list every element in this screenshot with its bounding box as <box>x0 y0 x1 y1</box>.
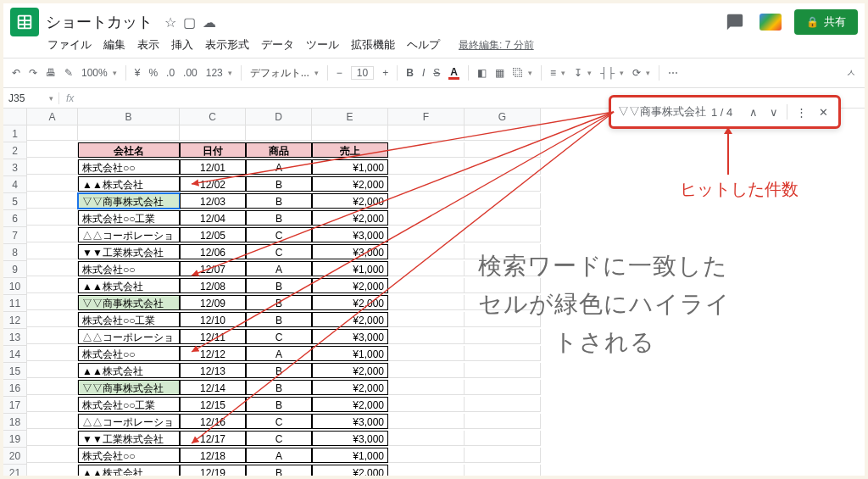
row-header[interactable]: 15 <box>3 363 27 380</box>
cell-company[interactable]: ▲▲株式会社 <box>78 278 180 293</box>
cell[interactable] <box>27 176 78 192</box>
cell[interactable] <box>388 244 465 259</box>
row-header[interactable]: 19 <box>3 431 27 448</box>
cell-company[interactable]: 株式会社○○工業 <box>78 312 180 327</box>
sheets-app-icon[interactable] <box>10 8 39 36</box>
cell-company[interactable]: 株式会社○○工業 <box>78 210 180 226</box>
cell-date[interactable]: 12/13 <box>180 363 246 378</box>
cell-product[interactable]: B <box>246 210 312 226</box>
cell[interactable] <box>388 465 465 476</box>
cell-product[interactable]: B <box>246 363 312 378</box>
cell-sales[interactable]: ¥2,000 <box>312 210 388 226</box>
cell[interactable] <box>388 312 465 327</box>
cell-date[interactable]: 12/02 <box>180 176 246 192</box>
col-header[interactable]: B <box>78 109 180 125</box>
print-icon[interactable]: 🖶 <box>46 67 56 79</box>
cell-company[interactable]: ▽▽商事株式会社 <box>78 295 180 310</box>
cell-company[interactable]: 株式会社○○ <box>78 346 180 361</box>
cell-date[interactable]: 12/19 <box>180 465 246 476</box>
cell[interactable] <box>388 295 465 310</box>
cell-product[interactable]: B <box>246 312 312 327</box>
halign-button[interactable]: ≡ <box>550 67 556 79</box>
italic-button[interactable]: I <box>422 67 425 79</box>
cell-date[interactable]: 12/05 <box>180 227 246 242</box>
wrap-button[interactable]: ┤├ <box>600 67 615 79</box>
table-header-sales[interactable]: 売上 <box>312 142 388 158</box>
table-header-company[interactable]: 会社名 <box>78 142 180 158</box>
undo-icon[interactable]: ↶ <box>12 67 20 79</box>
cell-date[interactable]: 12/11 <box>180 329 246 344</box>
toolbar-more-icon[interactable]: ⋯ <box>668 67 678 79</box>
cell-company[interactable]: 株式会社○○ <box>78 448 180 463</box>
cell[interactable] <box>246 125 312 141</box>
row-header[interactable]: 16 <box>3 380 27 397</box>
cell-company[interactable]: ▲▲株式会社 <box>78 465 180 476</box>
cell[interactable] <box>27 295 78 310</box>
cell[interactable] <box>388 448 465 463</box>
strike-button[interactable]: S <box>433 67 440 79</box>
cell-sales[interactable]: ¥2,000 <box>312 295 388 310</box>
row-header[interactable]: 6 <box>3 210 27 227</box>
bold-button[interactable]: B <box>406 67 414 79</box>
valign-button[interactable]: ↧ <box>574 67 582 79</box>
cell-sales[interactable]: ¥2,000 <box>312 312 388 327</box>
cell-sales[interactable]: ¥3,000 <box>312 227 388 242</box>
cell-sales[interactable]: ¥2,000 <box>312 363 388 378</box>
cell[interactable] <box>27 397 78 412</box>
cell[interactable] <box>388 278 465 293</box>
cell[interactable] <box>27 159 78 175</box>
menu-view[interactable]: 表示 <box>137 37 159 53</box>
cell[interactable] <box>388 414 465 429</box>
cell[interactable] <box>388 346 465 361</box>
row-header[interactable]: 10 <box>3 278 27 295</box>
cell[interactable] <box>465 431 541 446</box>
cell[interactable] <box>465 227 541 242</box>
cell-company[interactable]: △△コーポレーション <box>78 329 180 344</box>
fontsize-input[interactable]: 10 <box>351 66 374 80</box>
find-input[interactable]: ▽▽商事株式会社 <box>618 104 706 120</box>
cell-company[interactable]: ▽▽商事株式会社 <box>78 193 180 209</box>
cell-date[interactable]: 12/14 <box>180 380 246 395</box>
cell[interactable] <box>388 159 465 175</box>
cell[interactable] <box>27 142 78 158</box>
cell-sales[interactable]: ¥1,000 <box>312 261 388 276</box>
row-header[interactable]: 21 <box>3 465 27 476</box>
cell[interactable] <box>27 125 78 141</box>
cell[interactable] <box>27 278 78 293</box>
cell-date[interactable]: 12/12 <box>180 346 246 361</box>
find-next-icon[interactable]: ∨ <box>766 106 782 119</box>
cell-company[interactable]: ▽▽商事株式会社 <box>78 380 180 395</box>
dec-decrease-button[interactable]: .0 <box>166 67 175 79</box>
cell[interactable] <box>465 363 541 378</box>
cell[interactable] <box>27 414 78 429</box>
cell-company[interactable]: ▼▼工業株式会社 <box>78 431 180 446</box>
cell-date[interactable]: 12/17 <box>180 431 246 446</box>
collapse-toolbar-icon[interactable]: ㅅ <box>846 66 856 81</box>
rotate-button[interactable]: ⟳ <box>632 67 641 79</box>
menu-extensions[interactable]: 拡張機能 <box>351 37 395 53</box>
table-header-product[interactable]: 商品 <box>246 142 312 158</box>
cell-date[interactable]: 12/06 <box>180 244 246 259</box>
last-edit-link[interactable]: 最終編集: 7 分前 <box>459 38 534 53</box>
fill-color-button[interactable]: ◧ <box>477 67 487 79</box>
cell[interactable] <box>388 142 465 158</box>
cell-date[interactable]: 12/03 <box>180 193 246 209</box>
row-header[interactable]: 11 <box>3 295 27 312</box>
cell[interactable] <box>27 363 78 378</box>
cell-date[interactable]: 12/10 <box>180 312 246 327</box>
cell[interactable] <box>388 125 465 141</box>
cell[interactable] <box>465 176 541 192</box>
comment-history-icon[interactable] <box>723 10 747 34</box>
cell-date[interactable]: 12/07 <box>180 261 246 276</box>
cell[interactable] <box>27 244 78 259</box>
cell[interactable] <box>388 329 465 344</box>
cell[interactable] <box>388 261 465 276</box>
cell[interactable] <box>388 193 465 209</box>
cell-sales[interactable]: ¥3,000 <box>312 329 388 344</box>
cell-company[interactable]: 株式会社○○工業 <box>78 397 180 412</box>
fontsize-increase[interactable]: + <box>382 67 388 79</box>
cell-product[interactable]: B <box>246 380 312 395</box>
row-header[interactable]: 4 <box>3 176 27 193</box>
cell[interactable] <box>27 329 78 344</box>
cell-sales[interactable]: ¥2,000 <box>312 176 388 192</box>
